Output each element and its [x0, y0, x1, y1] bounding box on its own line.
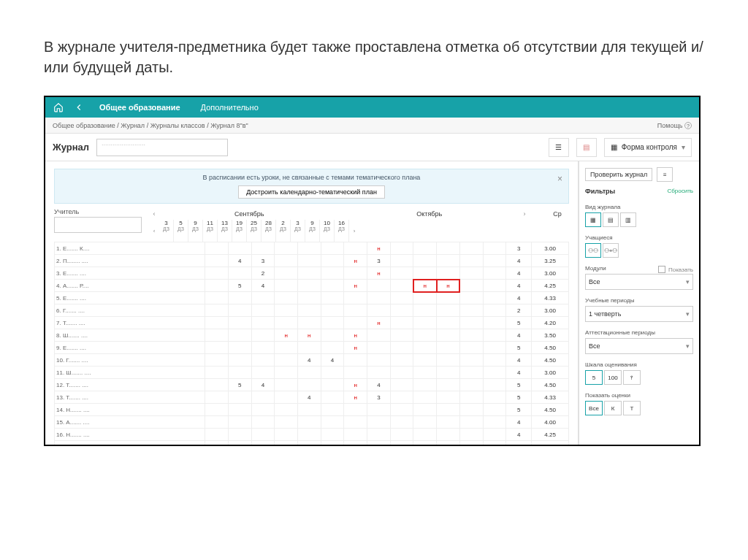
grade-cell[interactable] [251, 354, 275, 367]
grade-cell[interactable]: н [344, 379, 367, 391]
grade-cell[interactable] [205, 304, 229, 317]
grade-cell[interactable] [390, 255, 413, 267]
grade-cell[interactable]: н [367, 267, 391, 280]
grade-cell[interactable] [344, 404, 367, 416]
grade-cell[interactable] [437, 441, 460, 445]
date-column[interactable]: 10ДЗ [320, 220, 335, 242]
tab-general-education[interactable]: Общее образование [94, 103, 186, 112]
grade-cell[interactable] [205, 367, 229, 379]
students-all-icon[interactable]: ⚇⚇ [585, 243, 601, 258]
grade-cell[interactable] [459, 280, 483, 292]
grade-cell[interactable] [321, 367, 344, 379]
grade-cell[interactable] [459, 441, 483, 445]
grade-cell[interactable] [483, 342, 506, 354]
grade-cell[interactable] [251, 342, 275, 354]
grade-cell[interactable] [344, 367, 367, 379]
grade-cell[interactable] [321, 404, 344, 416]
grade-cell[interactable] [437, 317, 460, 329]
student-name[interactable]: 16. Н....... .... [55, 429, 205, 441]
grade-cell[interactable] [228, 292, 251, 304]
grade-cell[interactable] [275, 292, 298, 304]
check-journal-button[interactable]: Проверить журнал [585, 168, 652, 181]
student-name[interactable]: 13. Т....... .... [55, 391, 205, 404]
grade-cell[interactable] [483, 354, 506, 367]
grade-cell[interactable] [297, 280, 321, 292]
grade-cell[interactable] [344, 292, 367, 304]
grade-cell[interactable] [251, 416, 275, 429]
grade-cell[interactable] [205, 404, 229, 416]
grade-cell[interactable] [437, 329, 460, 342]
grade-cell[interactable] [228, 242, 251, 255]
grade-cell[interactable] [459, 317, 483, 329]
grade-cell[interactable] [413, 404, 437, 416]
grade-cell[interactable] [413, 416, 437, 429]
grade-cell[interactable] [205, 280, 229, 292]
grades-all-button[interactable]: Все [585, 401, 603, 415]
grade-cell[interactable] [390, 429, 413, 441]
grade-cell[interactable] [344, 317, 367, 329]
grade-cell[interactable] [413, 267, 437, 280]
grade-cell[interactable] [483, 292, 506, 304]
grade-cell[interactable] [483, 329, 506, 342]
grade-cell[interactable] [297, 367, 321, 379]
date-column[interactable]: 16ДЗ [335, 220, 349, 242]
grade-cell[interactable] [483, 304, 506, 317]
grades-k-button[interactable]: К [604, 401, 622, 415]
grade-cell[interactable] [205, 329, 229, 342]
grade-cell[interactable]: н [413, 280, 437, 292]
grade-cell[interactable] [321, 391, 344, 404]
date-column[interactable]: 3ДЗ [291, 220, 305, 242]
grade-cell[interactable] [413, 242, 437, 255]
grade-cell[interactable] [297, 416, 321, 429]
tab-additional[interactable]: Дополнительно [195, 103, 264, 112]
grade-cell[interactable] [228, 429, 251, 441]
grade-cell[interactable] [367, 329, 391, 342]
grade-cell[interactable] [228, 404, 251, 416]
grade-cell[interactable] [275, 354, 298, 367]
grade-cell[interactable] [321, 292, 344, 304]
reset-filters-link[interactable]: Сбросить [667, 188, 693, 199]
grade-cell[interactable] [275, 367, 298, 379]
grade-cell[interactable] [367, 354, 391, 367]
grade-cell[interactable] [228, 342, 251, 354]
grade-cell[interactable] [390, 329, 413, 342]
grade-cell[interactable] [390, 354, 413, 367]
grade-cell[interactable]: 4 [251, 280, 275, 292]
grade-cell[interactable] [205, 267, 229, 280]
student-name[interactable]: 4. А....... Р.... [55, 280, 205, 292]
grade-cell[interactable] [459, 242, 483, 255]
grade-cell[interactable]: н [275, 329, 298, 342]
grade-cell[interactable] [344, 267, 367, 280]
grades-t-button[interactable]: Т [623, 401, 641, 415]
date-column[interactable]: 13ДЗ [218, 220, 232, 242]
grade-cell[interactable] [459, 367, 483, 379]
grade-cell[interactable] [390, 292, 413, 304]
grade-cell[interactable] [390, 242, 413, 255]
grade-cell[interactable] [297, 267, 321, 280]
form-control-dropdown[interactable]: ▦ Форма контроля ▾ [604, 138, 692, 157]
grade-cell[interactable] [459, 404, 483, 416]
subject-selector[interactable]: ........................ [96, 139, 228, 156]
grade-cell[interactable]: 3 [367, 391, 391, 404]
grade-cell[interactable] [297, 242, 321, 255]
grade-cell[interactable] [459, 416, 483, 429]
grade-cell[interactable] [205, 379, 229, 391]
grade-cell[interactable] [228, 416, 251, 429]
grade-cell[interactable] [228, 367, 251, 379]
grade-cell[interactable] [413, 329, 437, 342]
grade-cell[interactable] [459, 354, 483, 367]
grade-cell[interactable] [367, 367, 391, 379]
grade-cell[interactable] [228, 354, 251, 367]
grade-cell[interactable] [437, 292, 460, 304]
grade-cell[interactable] [275, 416, 298, 429]
student-name[interactable]: 12. Т....... .... [55, 379, 205, 391]
grade-cell[interactable] [344, 429, 367, 441]
grade-cell[interactable] [205, 416, 229, 429]
grade-cell[interactable] [205, 317, 229, 329]
grade-cell[interactable] [437, 267, 460, 280]
grade-cell[interactable] [297, 429, 321, 441]
student-name[interactable]: 6. Г....... .... [55, 304, 205, 317]
breadcrumb-p3[interactable]: Журналы классов [150, 122, 205, 129]
grade-cell[interactable] [437, 255, 460, 267]
grade-cell[interactable] [483, 404, 506, 416]
